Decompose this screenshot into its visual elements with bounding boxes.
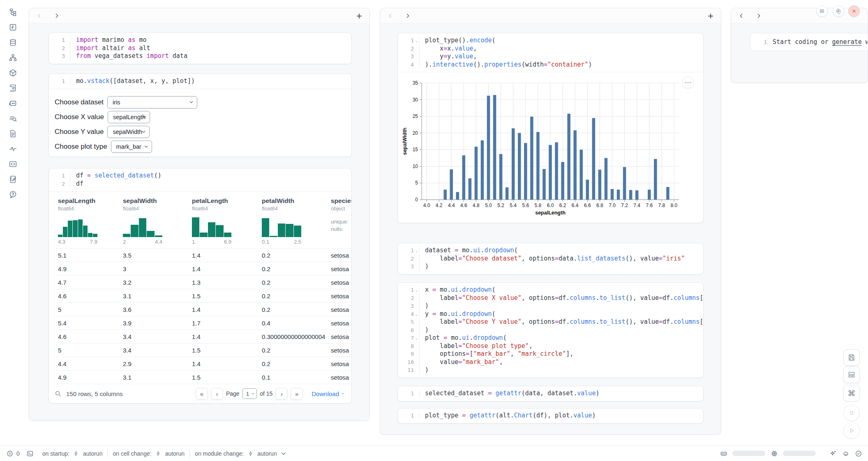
- code-editor[interactable]: 1import marimo as mo2import altair as al…: [49, 33, 351, 64]
- cell-placeholder[interactable]: Start coding or generate with AI: [767, 38, 868, 46]
- shutdown-close-button[interactable]: [848, 5, 860, 17]
- next-page-button[interactable]: ›: [275, 388, 288, 400]
- chevron-right-icon[interactable]: [755, 13, 762, 19]
- code-line: 2 x=x.value,: [399, 45, 699, 53]
- layout-toggle-button[interactable]: [843, 366, 860, 383]
- cell-vstack[interactable]: 1mo.vstack([dataset, x, y, plot]) Choose…: [48, 74, 352, 157]
- chevron-right-icon[interactable]: [53, 13, 60, 19]
- marimo-cloud-icon[interactable]: [842, 449, 850, 457]
- code-editor[interactable]: 1mo.vstack([dataset, x, y, plot]): [49, 74, 351, 89]
- add-column-button[interactable]: +: [356, 11, 362, 21]
- chevron-left-icon[interactable]: [37, 13, 43, 19]
- search-list-icon[interactable]: [8, 114, 17, 123]
- table-cell: 0.2: [259, 347, 328, 354]
- table-row[interactable]: 4.931.40.2setosa: [55, 262, 351, 276]
- code-editor[interactable]: 1plot_type = getattr(alt.Chart(df), plot…: [398, 408, 703, 423]
- download-button[interactable]: Download: [312, 390, 345, 397]
- first-page-button[interactable]: «: [196, 388, 208, 400]
- table-row[interactable]: 4.42.91.40.2setosa: [55, 357, 351, 371]
- chevron-left-icon[interactable]: [739, 13, 745, 19]
- run-all-button[interactable]: [843, 422, 860, 439]
- chat-bot-icon[interactable]: [8, 99, 17, 108]
- table-cell: 3: [120, 265, 189, 272]
- column-header[interactable]: speciesobjectunique:nulls:: [328, 197, 351, 245]
- cell-plot[interactable]: 1⌄plot_type().encode(2 x=x.value,3 y=y.v…: [397, 33, 704, 223]
- altair-bar-chart[interactable]: 4.04.24.44.64.85.05.25.45.65.86.06.26.46…: [401, 76, 703, 223]
- fold-chevron-icon[interactable]: ⌄: [414, 286, 419, 294]
- help-icon[interactable]: [8, 190, 17, 199]
- file-tree-icon[interactable]: [8, 7, 17, 16]
- table-row[interactable]: 4.63.11.50.2setosa: [55, 289, 351, 303]
- on-module-change-setting[interactable]: on module change: autorun: [195, 449, 285, 457]
- function-icon[interactable]: [8, 23, 17, 32]
- on-startup-setting[interactable]: on startup: autorun: [42, 449, 103, 457]
- dropdown-select[interactable]: sepalLength: [108, 111, 150, 123]
- fold-chevron-icon[interactable]: ⌄: [414, 310, 419, 318]
- table-row[interactable]: 5.43.91.70.4setosa: [55, 316, 351, 330]
- ram-usage-bar[interactable]: [732, 451, 765, 456]
- fold-chevron-icon[interactable]: ⌄: [414, 334, 419, 342]
- fold-chevron-icon[interactable]: ⌄: [414, 247, 419, 255]
- column-header[interactable]: petalLengthfloat6416.9: [189, 197, 259, 245]
- chevron-left-icon[interactable]: [388, 13, 394, 19]
- empty-cell[interactable]: 1 Start coding or generate with AI: [750, 33, 868, 51]
- hierarchy-icon[interactable]: [8, 53, 17, 62]
- code-editor[interactable]: 1selected_dataset = getattr(data, datase…: [398, 386, 703, 401]
- table-cell: 5: [55, 306, 120, 313]
- code-editor[interactable]: 1⌄plot_type().encode(2 x=x.value,3 y=y.v…: [398, 33, 703, 72]
- cell-xy-dropdowns[interactable]: 1⌄x = mo.ui.dropdown(2 label="Choose X v…: [397, 282, 704, 378]
- table-row[interactable]: 4.93.11.50.1setosa: [55, 371, 351, 384]
- command-palette-button[interactable]: ⌘: [843, 385, 860, 401]
- on-cell-change-setting[interactable]: on cell change: autorun: [113, 449, 185, 457]
- generate-ai-link[interactable]: generate: [832, 38, 862, 46]
- cell-plot-type[interactable]: 1plot_type = getattr(alt.Chart(df), plot…: [397, 408, 704, 424]
- last-page-button[interactable]: »: [291, 388, 303, 400]
- dataframe-table: sepalLengthfloat644.37.9sepalWidthfloat6…: [55, 191, 351, 384]
- code-snippet-icon[interactable]: [8, 159, 17, 168]
- cell-selected-dataset[interactable]: 1selected_dataset = getattr(data, datase…: [397, 386, 704, 401]
- table-row[interactable]: 4.63.41.40.30000000000000004setosa: [55, 330, 351, 343]
- package-icon[interactable]: [8, 68, 17, 77]
- table-row[interactable]: 5.13.51.40.2setosa: [55, 249, 351, 262]
- save-button[interactable]: [843, 349, 860, 366]
- database-icon[interactable]: [8, 38, 17, 47]
- code-editor[interactable]: 1⌄x = mo.ui.dropdown(2 label="Choose X v…: [398, 283, 703, 378]
- page-select[interactable]: 1: [242, 388, 257, 399]
- dropdown-select[interactable]: mark_bar: [111, 141, 152, 153]
- terminal-icon[interactable]: [26, 449, 34, 457]
- prev-page-button[interactable]: ‹: [211, 388, 223, 400]
- table-row[interactable]: 4.73.21.30.2setosa: [55, 276, 351, 289]
- table-cell: 0.30000000000000004: [259, 333, 328, 340]
- ai-sparkles-icon[interactable]: [829, 449, 837, 457]
- code-editor[interactable]: 1df = selected_dataset()2df: [49, 168, 351, 191]
- column-header[interactable]: petalWidthfloat640.12.5: [259, 197, 328, 245]
- fold-chevron-icon[interactable]: ⌄: [414, 37, 419, 45]
- activity-icon[interactable]: [8, 144, 17, 153]
- notebook-column-left: + 1import marimo as mo2import altair as …: [29, 8, 370, 421]
- document-icon[interactable]: [8, 129, 17, 138]
- cell-dataset-dropdown[interactable]: 1⌄dataset = mo.ui.dropdown(2 label="Choo…: [397, 243, 704, 274]
- stop-button[interactable]: [843, 405, 860, 421]
- dropdown-select[interactable]: iris: [107, 96, 197, 108]
- connection-status-icon[interactable]: [854, 449, 862, 457]
- add-column-button[interactable]: +: [708, 11, 713, 21]
- column-header[interactable]: sepalLengthfloat644.37.9: [55, 197, 120, 245]
- table-row[interactable]: 53.41.50.2setosa: [55, 343, 351, 357]
- chevron-right-icon[interactable]: [404, 13, 411, 19]
- notebook-edit-icon[interactable]: [8, 175, 17, 184]
- code-line: 9 options=["mark_bar", "mark_circle"],: [399, 350, 699, 358]
- settings-gear-button[interactable]: [833, 5, 844, 17]
- code-editor[interactable]: 1⌄dataset = mo.ui.dropdown(2 label="Choo…: [398, 243, 703, 274]
- search-icon[interactable]: [55, 390, 61, 397]
- chart-menu-button[interactable]: [682, 76, 694, 89]
- error-indicator[interactable]: 0: [6, 449, 20, 457]
- column-header[interactable]: sepalWidthfloat6424.4: [120, 197, 189, 245]
- menu-button[interactable]: [816, 5, 828, 17]
- cell-dataframe[interactable]: 1df = selected_dataset()2df sepalLengthf…: [48, 168, 352, 403]
- dropdown-select[interactable]: sepalWidth: [107, 126, 150, 138]
- table-row[interactable]: 53.61.40.2setosa: [55, 303, 351, 316]
- chart-svg[interactable]: 4.04.24.44.64.85.05.25.45.65.86.06.26.46…: [401, 76, 689, 221]
- script-icon[interactable]: [8, 83, 17, 92]
- cell-imports[interactable]: 1import marimo as mo2import altair as al…: [48, 32, 352, 64]
- cpu-usage-bar[interactable]: [783, 451, 816, 456]
